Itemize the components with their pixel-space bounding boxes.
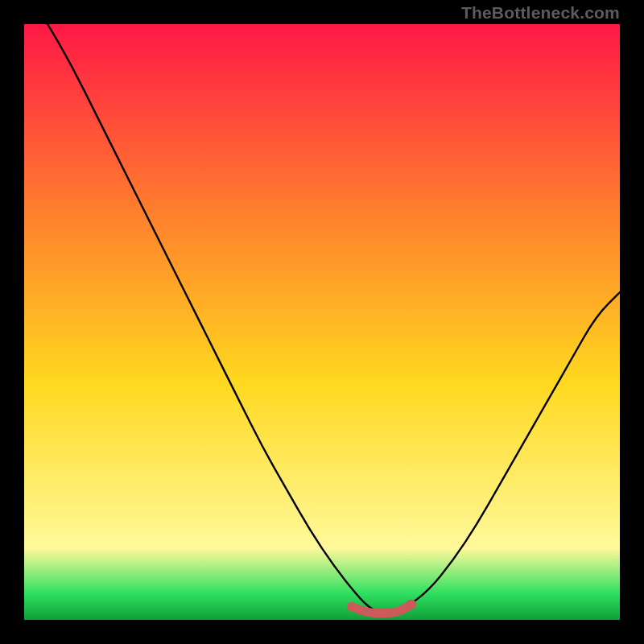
flat-zone-start-dot [347, 602, 357, 612]
flat-zone-end-dot [407, 600, 416, 609]
bottleneck-chart [24, 24, 620, 620]
attribution-text: TheBottleneck.com [461, 3, 620, 23]
gradient-background [24, 24, 620, 620]
outer-frame: TheBottleneck.com [0, 0, 644, 644]
